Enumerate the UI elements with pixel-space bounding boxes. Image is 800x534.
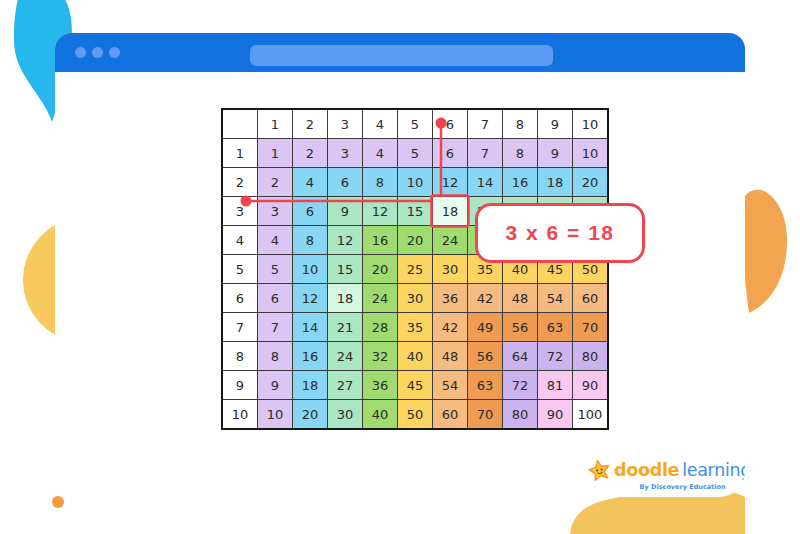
- row-header: 7: [223, 313, 257, 341]
- table-cell: 28: [363, 313, 397, 341]
- row-header: 3: [223, 197, 257, 225]
- row-header: 6: [223, 284, 257, 312]
- table-cell: 63: [538, 313, 572, 341]
- table-cell: 4: [363, 139, 397, 167]
- table-cell: 54: [433, 371, 467, 399]
- table-cell: 70: [468, 400, 502, 428]
- table-cell: 14: [293, 313, 327, 341]
- table-cell: 42: [433, 313, 467, 341]
- table-cell: 36: [363, 371, 397, 399]
- table-cell: 20: [398, 226, 432, 254]
- table-cell: 30: [328, 400, 362, 428]
- table-cell: 8: [258, 342, 292, 370]
- col-header: 5: [398, 110, 432, 138]
- table-cell: 27: [328, 371, 362, 399]
- table-cell: 16: [293, 342, 327, 370]
- table-cell: 9: [258, 371, 292, 399]
- table-cell: 8: [503, 139, 537, 167]
- window-dot[interactable]: [109, 47, 120, 58]
- table-cell: 12: [293, 284, 327, 312]
- table-cell: 6: [433, 139, 467, 167]
- table-cell: 25: [398, 255, 432, 283]
- table-cell: 10: [398, 168, 432, 196]
- table-cell: 49: [468, 313, 502, 341]
- table-cell: 48: [433, 342, 467, 370]
- table-cell: 64: [503, 342, 537, 370]
- col-header: 7: [468, 110, 502, 138]
- table-cell: 42: [468, 284, 502, 312]
- table-cell: 18: [328, 284, 362, 312]
- table-cell: 70: [573, 313, 607, 341]
- browser-titlebar: [55, 33, 745, 72]
- row-header: 2: [223, 168, 257, 196]
- address-bar[interactable]: [250, 45, 553, 66]
- table-cell: 20: [363, 255, 397, 283]
- browser-window: 1234567891011234567891022468101214161820…: [55, 33, 745, 497]
- table-cell: 56: [468, 342, 502, 370]
- table-cell: 12: [433, 168, 467, 196]
- row-header: 10: [223, 400, 257, 428]
- table-cell: 36: [433, 284, 467, 312]
- equation-callout: 3 x 6 = 18: [475, 203, 645, 263]
- col-header: 1: [258, 110, 292, 138]
- table-cell: 2: [293, 139, 327, 167]
- table-cell: 12: [363, 197, 397, 225]
- table-cell: 6: [293, 197, 327, 225]
- window-controls: [75, 47, 120, 58]
- table-cell: 18: [433, 197, 467, 225]
- table-cell: 60: [573, 284, 607, 312]
- logo-learning-text: learning: [682, 462, 745, 480]
- table-cell: 4: [293, 168, 327, 196]
- row-header: 5: [223, 255, 257, 283]
- table-cell: 12: [328, 226, 362, 254]
- table-cell: 2: [258, 168, 292, 196]
- table-cell: 7: [468, 139, 502, 167]
- table-cell: 56: [503, 313, 537, 341]
- table-cell: 45: [398, 371, 432, 399]
- table-cell: 24: [363, 284, 397, 312]
- table-cell: 18: [538, 168, 572, 196]
- row-header: 9: [223, 371, 257, 399]
- table-cell: 63: [468, 371, 502, 399]
- table-cell: 72: [503, 371, 537, 399]
- table-cell: 32: [363, 342, 397, 370]
- table-cell: 5: [398, 139, 432, 167]
- table-cell: 9: [538, 139, 572, 167]
- table-cell: 80: [503, 400, 537, 428]
- table-cell: 81: [538, 371, 572, 399]
- col-header: 3: [328, 110, 362, 138]
- table-cell: 16: [503, 168, 537, 196]
- table-cell: 3: [328, 139, 362, 167]
- col-header: 9: [538, 110, 572, 138]
- table-cell: 72: [538, 342, 572, 370]
- orange-petal: [743, 190, 787, 313]
- table-cell: 8: [293, 226, 327, 254]
- table-cell: 35: [398, 313, 432, 341]
- logo-doodle-text: doodle: [614, 462, 679, 480]
- table-cell: 10: [293, 255, 327, 283]
- table-cell: 8: [363, 168, 397, 196]
- table-cell: 40: [398, 342, 432, 370]
- table-cell: 16: [363, 226, 397, 254]
- table-cell: 50: [398, 400, 432, 428]
- table-cell: 6: [328, 168, 362, 196]
- table-cell: 24: [328, 342, 362, 370]
- col-header: 6: [433, 110, 467, 138]
- star-icon: [586, 457, 613, 484]
- table-cell: 80: [573, 342, 607, 370]
- window-dot[interactable]: [92, 47, 103, 58]
- table-cell: 7: [258, 313, 292, 341]
- table-cell: 4: [258, 226, 292, 254]
- table-cell: 21: [328, 313, 362, 341]
- row-header: 8: [223, 342, 257, 370]
- corner-orange-speck: [52, 496, 64, 508]
- table-cell: 90: [573, 371, 607, 399]
- col-header: 8: [503, 110, 537, 138]
- logo-tagline: By Discovery Education: [588, 483, 745, 491]
- table-corner-cell: [223, 110, 257, 138]
- table-cell: 10: [573, 139, 607, 167]
- table-cell: 15: [328, 255, 362, 283]
- table-cell: 40: [363, 400, 397, 428]
- window-dot[interactable]: [75, 47, 86, 58]
- row-header: 4: [223, 226, 257, 254]
